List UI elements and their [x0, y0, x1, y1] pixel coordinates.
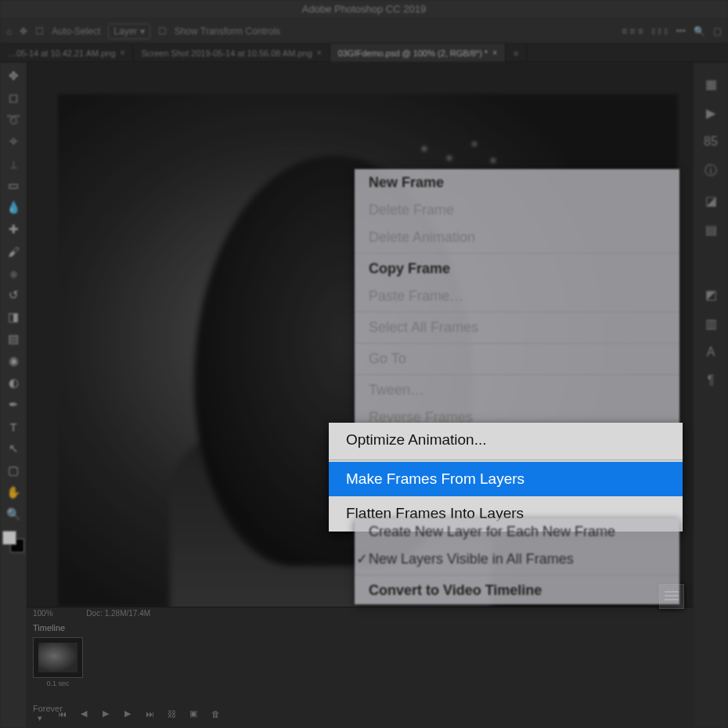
- color-swatch[interactable]: [2, 531, 24, 553]
- timeline-panel: 100% Doc: 1.28M/17.4M Timeline 0.1 sec F…: [27, 607, 694, 728]
- eraser-tool[interactable]: ◨: [3, 307, 23, 327]
- blur-tool[interactable]: ◉: [3, 351, 23, 371]
- auto-select-label: Auto-Select: [52, 26, 100, 37]
- gradient-tool[interactable]: ▤: [3, 329, 23, 349]
- menu-delete-animation: Delete Animation: [355, 224, 679, 251]
- more-icon[interactable]: •••: [676, 26, 686, 37]
- collapsed-panels: ▦▶85ⓘ◪▤◩▥A¶: [694, 63, 728, 728]
- timeline-zoom-label: 100%: [33, 609, 53, 618]
- align-icons[interactable]: ≡ ≡ ≡: [622, 26, 643, 37]
- timeline-controls: Forever ▾ ⏮ ◀ ▶ ▶ ⏭ ⛓ ▣ 🗑: [33, 704, 222, 723]
- timeline-context-menu: Optimize Animation... Make Frames From L…: [329, 423, 683, 532]
- menu-divider: [355, 312, 679, 312]
- close-tab-icon[interactable]: ×: [121, 49, 125, 57]
- new-frame-button[interactable]: ▣: [186, 708, 200, 719]
- app-window: Adobe Photoshop CC 2019 ⌂ ✥ ☐ Auto-Selec…: [0, 0, 728, 728]
- frame-delay[interactable]: 0.1 sec: [33, 679, 83, 687]
- stamp-tool[interactable]: ⍟: [3, 263, 23, 283]
- type-tool[interactable]: T: [3, 416, 23, 437]
- document-tab-2[interactable]: 03GIFdemo.psd @ 100% (2, RGB/8*) *×: [330, 44, 506, 62]
- frame-thumb-1[interactable]: 0.1 sec: [33, 637, 83, 687]
- color-panel-icon[interactable]: ◪: [705, 193, 717, 208]
- menu-tween: Tween…: [355, 377, 679, 404]
- play-button[interactable]: ▶: [99, 708, 113, 719]
- menu-new-layers-visible-in-all-frames[interactable]: New Layers Visible in All Frames: [355, 546, 679, 573]
- menu-divider: [355, 253, 679, 254]
- loop-dropdown[interactable]: Forever ▾: [33, 704, 47, 723]
- menu-new-frame[interactable]: New Frame: [355, 169, 679, 196]
- shape-tool[interactable]: ▢: [3, 460, 23, 481]
- menu-copy-frame[interactable]: Copy Frame: [355, 255, 679, 283]
- menu-go-to: Go To: [355, 345, 679, 373]
- menu-paste-frame: Paste Frame…: [355, 283, 679, 310]
- layer-dropdown[interactable]: Layer ▾: [108, 23, 150, 39]
- tools-panel: ✥◻➰✧⟂▭💧✚🖌⍟↺◨▤◉◐✒T↖▢✋🔍: [0, 63, 27, 728]
- menu-select-all-frames: Select All Frames: [355, 314, 679, 341]
- distribute-icons[interactable]: ⫴ ⫴ ⫴: [651, 26, 669, 37]
- titlebar: Adobe Photoshop CC 2019: [0, 0, 728, 19]
- arrange-panel-icon[interactable]: ▦: [705, 77, 717, 92]
- document-tab-1[interactable]: Screen Shot 2019-05-14 at 10.56.08 AM.pn…: [133, 44, 330, 62]
- frame-tool[interactable]: ▭: [3, 175, 23, 196]
- menu-delete-frame: Delete Frame: [355, 196, 679, 224]
- tween-button[interactable]: ⛓: [164, 709, 178, 719]
- menu-divider: [355, 343, 679, 344]
- close-tab-icon[interactable]: ×: [492, 49, 497, 57]
- menu-create-new-layer-for-each-new-frame[interactable]: Create New Layer for Each New Frame: [355, 518, 679, 546]
- menu-divider: [355, 575, 679, 575]
- info-panel-icon[interactable]: ⓘ: [705, 163, 717, 179]
- last-frame-button[interactable]: ⏭: [142, 709, 157, 719]
- menu-convert-to-video-timeline[interactable]: Convert to Video Timeline: [355, 577, 679, 604]
- history-panel-icon[interactable]: 85: [704, 135, 718, 149]
- move-tool-icon[interactable]: ✥: [20, 26, 27, 37]
- text-panel-icon[interactable]: A: [707, 345, 715, 359]
- char-panel-icon[interactable]: ¶: [708, 373, 715, 387]
- layers-panel-icon[interactable]: ▥: [705, 316, 717, 331]
- pen-tool[interactable]: ✒: [3, 395, 23, 415]
- hand-tool[interactable]: ✋: [3, 482, 23, 503]
- timeline-doc-info: Doc: 1.28M/17.4M: [86, 609, 150, 618]
- swatches-panel-icon[interactable]: ▤: [705, 222, 717, 237]
- crop-tool[interactable]: ⟂: [3, 153, 23, 174]
- home-icon[interactable]: ⌂: [6, 26, 12, 37]
- history-tool[interactable]: ↺: [3, 285, 23, 305]
- menu-divider: [355, 374, 679, 375]
- eyedrop-tool[interactable]: 💧: [3, 197, 23, 218]
- menu-divider: [329, 460, 683, 460]
- show-transform-label: Show Transform Controls: [175, 26, 280, 37]
- delete-frame-button[interactable]: 🗑: [208, 709, 222, 719]
- wand-tool[interactable]: ✧: [3, 132, 23, 152]
- document-tabs: …05-14 at 10.42.21 AM.png×Screen Shot 20…: [0, 44, 728, 63]
- timeline-context-menu-upper: New FrameDelete FrameDelete AnimationCop…: [355, 169, 679, 431]
- move-tool[interactable]: ✥: [3, 66, 23, 86]
- timeline-context-menu-lower: Create New Layer for Each New FrameNew L…: [355, 518, 679, 604]
- heal-tool[interactable]: ✚: [3, 219, 23, 240]
- first-frame-button[interactable]: ⏮: [55, 709, 69, 719]
- marquee-tool[interactable]: ◻: [3, 88, 23, 108]
- frames-row: 0.1 sec: [27, 634, 694, 690]
- play-panel-icon[interactable]: ▶: [706, 106, 715, 121]
- tab-overflow-button[interactable]: ≡: [506, 44, 527, 62]
- document-tab-0[interactable]: …05-14 at 10.42.21 AM.png×: [0, 44, 133, 62]
- adjust-panel-icon[interactable]: ◩: [705, 287, 717, 302]
- zoom-tool[interactable]: 🔍: [3, 504, 23, 524]
- brush-tool[interactable]: 🖌: [3, 241, 23, 261]
- options-bar: ⌂ ✥ ☐ Auto-Select Layer ▾ ☐ Show Transfo…: [0, 19, 728, 44]
- menu-optimize-animation[interactable]: Optimize Animation...: [329, 423, 683, 458]
- next-frame-button[interactable]: ▶: [121, 708, 135, 719]
- menu-make-frames-from-layers[interactable]: Make Frames From Layers: [329, 462, 683, 497]
- search-icon[interactable]: 🔍: [694, 26, 705, 37]
- auto-select-checkbox[interactable]: ☐: [35, 26, 44, 37]
- show-transform-checkbox[interactable]: ☐: [158, 26, 167, 37]
- workspace-icon[interactable]: ▢: [713, 26, 722, 37]
- timeline-label: Timeline: [27, 622, 694, 634]
- close-tab-icon[interactable]: ×: [317, 49, 322, 57]
- prev-frame-button[interactable]: ◀: [77, 708, 91, 719]
- path-tool[interactable]: ↖: [3, 438, 23, 459]
- dodge-tool[interactable]: ◐: [3, 373, 23, 393]
- lasso-tool[interactable]: ➰: [3, 110, 23, 130]
